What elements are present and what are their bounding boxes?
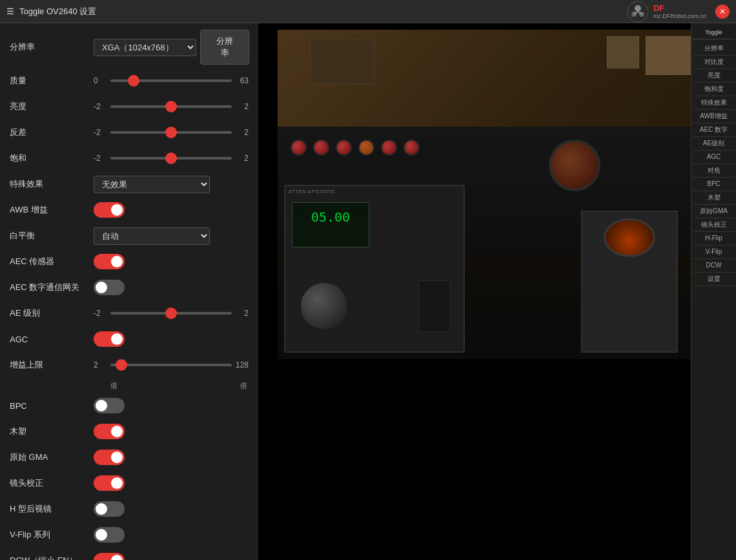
lens-slider — [94, 475, 125, 491]
screen-value: 05.00 — [292, 203, 369, 225]
sidebar-item-ae[interactable]: AE级别 — [693, 137, 735, 150]
bpc-toggle-container — [94, 398, 249, 413]
aec-sensor-toggle[interactable] — [94, 254, 125, 269]
sidebar-item-dcw[interactable]: DCW — [693, 259, 735, 273]
h-mirror-row: H 型后视镜 — [10, 499, 249, 519]
scene-box2 — [607, 36, 639, 68]
awb-label: AWB 增益 — [10, 204, 94, 216]
gain-limit-max-unit: 倍 — [240, 381, 247, 391]
brightness-label: 亮度 — [10, 101, 94, 112]
wpc-slider — [94, 424, 125, 439]
aec-digital-label: AEC 数字通信网关 — [10, 282, 94, 293]
saturation-max: 2 — [236, 154, 249, 163]
sidebar-item-agc[interactable]: AGC — [693, 150, 735, 164]
h-mirror-toggle[interactable] — [94, 501, 125, 517]
gain-limit-label: 增益上限 — [10, 359, 94, 371]
h-mirror-label: H 型后视镜 — [10, 503, 94, 515]
sidebar-item-awb[interactable]: AWB增益 — [693, 110, 735, 123]
lens-toggle-container — [94, 475, 249, 491]
aec-sensor-label: AEC 传感器 — [10, 256, 94, 267]
agc-toggle-container — [94, 331, 249, 347]
knob1 — [291, 140, 307, 156]
knob5 — [381, 140, 397, 156]
v-flip-label: V-Flip 系列 — [10, 529, 94, 541]
v-flip-row: V-Flip 系列 — [10, 525, 249, 544]
saturation-slider-container: -2 2 — [94, 154, 249, 163]
agc-toggle[interactable] — [94, 331, 125, 347]
titlebar-title: Toggle OV2640 设置 — [19, 6, 96, 17]
sidebar-item-settings[interactable]: 设置 — [693, 273, 735, 286]
sidebar-item-focus[interactable]: 对焦 — [693, 164, 735, 178]
knob-row — [291, 140, 420, 156]
sidebar-item-resolution[interactable]: 分辨率 — [693, 42, 735, 56]
bpc-slider — [94, 398, 125, 413]
resolution-row: 分辨率 XGA（1024x768） SVGA（800x600） VGA（640x… — [10, 30, 249, 65]
bpc-toggle[interactable] — [94, 398, 125, 413]
wpc-toggle[interactable] — [94, 424, 125, 439]
wb-select[interactable]: 自动 阳光 阴天 办公室 家庭 — [94, 227, 210, 245]
saturation-slider[interactable] — [110, 157, 232, 160]
sidebar-item-wpc[interactable]: 木塑 — [693, 191, 735, 205]
brightness-slider[interactable] — [110, 105, 232, 108]
sidebar-item-vflip[interactable]: V-Flip — [693, 245, 735, 259]
aec-digital-row: AEC 数字通信网关 — [10, 278, 249, 297]
sidebar-item-toggle[interactable]: Toggle — [693, 26, 735, 39]
ae-level-slider[interactable] — [110, 312, 232, 315]
gain-limit-unit-labels: 倍 倍 — [94, 381, 249, 391]
sidebar-item-bpc[interactable]: BPC — [693, 178, 735, 191]
v-flip-toggle-container — [94, 527, 249, 543]
raw-gma-toggle[interactable] — [94, 450, 125, 465]
wb-controls: 自动 阳光 阴天 办公室 家庭 — [94, 227, 249, 245]
resolution-button[interactable]: 分辨率 — [200, 30, 249, 65]
awb-toggle-container — [94, 202, 249, 218]
agc-row: AGC — [10, 329, 249, 349]
dcw-toggle[interactable] — [94, 553, 125, 560]
wpc-toggle-container — [94, 424, 249, 439]
gain-limit-slider[interactable] — [110, 364, 232, 366]
lens-toggle[interactable] — [94, 475, 125, 491]
sidebar-item-brightness[interactable]: 亮度 — [693, 69, 735, 83]
awb-toggle[interactable] — [94, 202, 125, 218]
main-device: ATTEN APS3005S 05.00 — [284, 185, 465, 353]
resolution-select[interactable]: XGA（1024x768） SVGA（800x600） VGA（640x480）… — [94, 39, 196, 56]
effect-label: 特殊效果 — [10, 178, 94, 190]
close-button[interactable]: ✕ — [715, 5, 730, 19]
sidebar-item-rawgma[interactable]: 原始GMA — [693, 205, 735, 218]
aec-sensor-toggle-container — [94, 254, 249, 269]
sidebar-item-saturation[interactable]: 饱和度 — [693, 83, 735, 96]
saturation-row: 饱和 -2 2 — [10, 149, 249, 168]
sidebar-item-lens[interactable]: 镜头校正 — [693, 218, 735, 232]
contrast-label: 反差 — [10, 127, 94, 138]
gain-limit-units: 倍 倍 — [10, 381, 249, 391]
quality-slider[interactable] — [110, 79, 232, 82]
bpc-row: BPC — [10, 396, 249, 415]
effect-select[interactable]: 无效果 负片 灰度 红色滤镜 绿色滤镜 蓝色滤镜 棕褐色 — [94, 176, 210, 193]
camera-panel: ATTEN APS3005S 05.00 — [258, 23, 736, 560]
resolution-controls: XGA（1024x768） SVGA（800x600） VGA（640x480）… — [94, 30, 249, 65]
sidebar-item-hflip[interactable]: H-Flip — [693, 232, 735, 245]
sidebar-item-contrast[interactable]: 对比度 — [693, 56, 735, 69]
control-panel: 分辨率 XGA（1024x768） SVGA（800x600） VGA（640x… — [0, 23, 258, 560]
device-screen: 05.00 — [292, 202, 369, 247]
device-main-knob — [298, 280, 350, 332]
sidebar-item-effect[interactable]: 特殊效果 — [693, 96, 735, 110]
camera-scene: ATTEN APS3005S 05.00 — [278, 30, 717, 359]
gain-limit-label-spacer — [10, 381, 94, 391]
brightness-slider-container: -2 2 — [94, 102, 249, 111]
main-layout: 分辨率 XGA（1024x768） SVGA（800x600） VGA（640x… — [0, 23, 736, 560]
gain-limit-min-unit: 倍 — [110, 381, 118, 391]
aec-sensor-row: AEC 传感器 — [10, 252, 249, 271]
menu-icon[interactable]: ☰ — [6, 6, 14, 16]
quality-slider-container: 0 63 — [94, 76, 249, 85]
sidebar-item-aec-digital[interactable]: AEC 数字 — [693, 123, 735, 137]
ae-level-row: AE 级别 -2 2 — [10, 304, 249, 323]
v-flip-toggle[interactable] — [94, 527, 125, 543]
aec-digital-toggle[interactable] — [94, 280, 125, 295]
knob6 — [404, 140, 420, 156]
aec-sensor-slider — [94, 254, 125, 269]
contrast-min: -2 — [94, 128, 107, 137]
lens-label: 镜头校正 — [10, 477, 94, 489]
titlebar: ☰ Toggle OV2640 设置 DF mc.DFRobot.com.cn … — [0, 0, 736, 23]
contrast-slider[interactable] — [110, 131, 232, 134]
dfrobot-logo-area: DF mc.DFRobot.com.cn ✕ — [626, 0, 730, 23]
